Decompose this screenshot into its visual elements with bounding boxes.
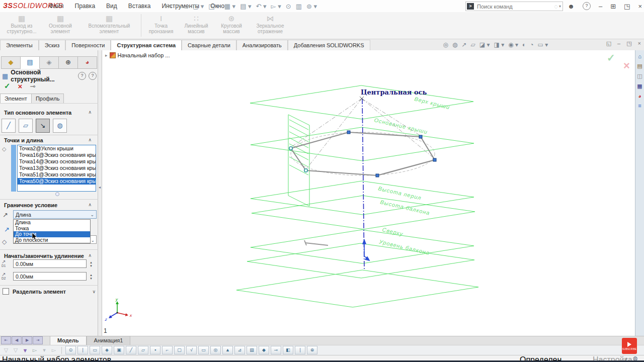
- quick-toolbar-icon[interactable]: ▦ ▾: [224, 3, 235, 10]
- tab-weldments[interactable]: Сварные детали: [182, 40, 236, 50]
- filter-icon[interactable]: ⊸: [271, 346, 281, 354]
- menu-edit[interactable]: Правка: [70, 1, 100, 11]
- quick-toolbar-icon[interactable]: ⌂: [184, 3, 188, 10]
- clear-filters-icon[interactable]: ▽: [12, 347, 20, 353]
- filter-icon[interactable]: ╱: [126, 346, 136, 354]
- property-manager-tab[interactable]: ▤: [21, 56, 40, 69]
- design-library-icon[interactable]: ▤: [637, 63, 642, 69]
- next-tab-icon[interactable]: ▶: [22, 336, 32, 344]
- quick-toolbar-icon[interactable]: ▢ ▾: [193, 3, 204, 10]
- path-segment-type-button[interactable]: ╱: [2, 119, 16, 133]
- quick-toolbar-icon[interactable]: ▤ ▾: [240, 3, 251, 10]
- expand-icon[interactable]: ∨: [92, 289, 96, 294]
- start-extend-input[interactable]: [13, 259, 87, 268]
- view-toolbar-icon[interactable]: ◍: [452, 41, 457, 48]
- view-toolbar-icon[interactable]: ◉ ▾: [508, 41, 518, 48]
- filter-icon[interactable]: ◆: [259, 346, 269, 354]
- tab-profile[interactable]: Профиль: [32, 94, 64, 104]
- view-toolbar-icon[interactable]: ◪ ▾: [479, 41, 490, 48]
- filter-icon[interactable]: ⊕: [307, 346, 317, 354]
- point-length-type-button[interactable]: ↘: [36, 119, 50, 133]
- face-type-button[interactable]: ◍: [53, 119, 67, 133]
- tab-addins[interactable]: Добавления SOLIDWORKS: [288, 40, 370, 50]
- last-tab-icon[interactable]: ⇥: [33, 336, 43, 344]
- filter-icon[interactable]: ∣: [295, 346, 305, 354]
- minimize-button[interactable]: –: [599, 3, 602, 10]
- collapse-icon[interactable]: ∧: [88, 110, 92, 115]
- filter-icon[interactable]: ⊿: [234, 346, 245, 354]
- status-caret-icon[interactable]: ▴: [625, 356, 627, 360]
- animation-tab[interactable]: Анимация1: [87, 336, 131, 345]
- view-toolbar-icon[interactable]: ◔: [530, 41, 533, 48]
- search-icon[interactable]: ◌: [554, 3, 558, 10]
- command-search[interactable]: > ◌ ▾: [465, 2, 563, 11]
- home-icon[interactable]: ⌂: [638, 53, 641, 59]
- filter-icon[interactable]: ▤: [247, 346, 257, 354]
- prev-tab-icon[interactable]: ◀: [12, 336, 22, 344]
- model-view[interactable]: Верх крыши Основание крыши Высота перил …: [102, 50, 635, 336]
- first-tab-icon[interactable]: ⇤: [1, 336, 11, 344]
- filter-toggle-icon[interactable]: ▽: [2, 347, 10, 353]
- ok-button[interactable]: ✓: [4, 81, 11, 90]
- tab-features[interactable]: Элементы: [0, 40, 39, 50]
- quick-toolbar-icon[interactable]: ⊚ ▾: [306, 3, 317, 10]
- points-list[interactable]: Точка2@Уклон крыши Точка16@Эскиз основан…: [17, 145, 96, 192]
- secondary-member-button[interactable]: ▦Вспомогательный элемент: [79, 12, 139, 39]
- list-resize-grip[interactable]: [55, 192, 59, 196]
- filter-icon[interactable]: ▱: [138, 346, 148, 354]
- plane-type-button[interactable]: ▱: [19, 119, 33, 133]
- expand-arrow-icon[interactable]: ▸: [105, 53, 108, 58]
- doc-minimize-icon[interactable]: –: [617, 40, 620, 47]
- end-extend-input[interactable]: [13, 272, 87, 281]
- view-toolbar-icon[interactable]: ◎: [443, 41, 448, 48]
- tab-surfaces[interactable]: Поверхности: [65, 40, 111, 50]
- list-item-selected[interactable]: Точка50@Эскиз основания крыши: [18, 178, 96, 185]
- collapse-icon[interactable]: ∧: [88, 202, 92, 207]
- cancel-x-watermark-icon[interactable]: ×: [623, 59, 630, 72]
- list-item[interactable]: Точка2@Уклон крыши: [18, 145, 96, 152]
- tab-evaluate[interactable]: Анализировать: [236, 40, 288, 50]
- doc-close-icon[interactable]: ×: [638, 40, 641, 47]
- list-item[interactable]: Точка51@Эскиз основания крыши: [18, 171, 96, 178]
- configurations-tab[interactable]: ◈: [40, 56, 59, 69]
- filter-icon[interactable]: ⊙: [65, 346, 76, 354]
- pierce-point-button[interactable]: IТочка пронзания: [143, 12, 179, 39]
- filter-icon[interactable]: ▪: [150, 346, 160, 354]
- tile-button[interactable]: ⊞: [610, 3, 616, 10]
- mirror-button[interactable]: ⋈Зеркальное отражение: [249, 12, 291, 39]
- active-filter-icon[interactable]: ▼: [21, 347, 29, 353]
- quick-toolbar-icon[interactable]: ⊙: [286, 3, 291, 10]
- doc-dock-icon[interactable]: ◱: [606, 40, 611, 47]
- view-toolbar-icon[interactable]: ▭ ▾: [538, 41, 548, 48]
- split-member-checkbox[interactable]: [3, 288, 9, 295]
- view-toolbar-icon[interactable]: ▱: [471, 41, 475, 48]
- select-arrow-icon[interactable]: ▻: [31, 347, 39, 353]
- end-extend-spinner[interactable]: ▴▾: [88, 272, 95, 281]
- confirm-check-watermark-icon[interactable]: ✓: [607, 52, 615, 64]
- feature-breadcrumb[interactable]: ▸ Начальный набор ...: [105, 52, 170, 58]
- member-preview[interactable]: [304, 240, 328, 245]
- graphics-viewport[interactable]: ▸ Начальный набор ... ✓ × Верх крыши Осн…: [102, 50, 635, 336]
- list-item[interactable]: Точка13@Эскиз основания крыши: [18, 165, 96, 171]
- user-account-icon[interactable]: ☻: [568, 3, 575, 10]
- quick-toolbar-icon[interactable]: ↶ ▾: [256, 3, 267, 10]
- filter-icon[interactable]: ◈: [102, 346, 112, 354]
- view-toolbar-icon[interactable]: ◨ ▾: [494, 41, 505, 48]
- list-item[interactable]: Точка16@Эскиз основания крыши: [18, 152, 96, 158]
- splitter-handle-icon[interactable]: ◂: [99, 185, 101, 190]
- quick-toolbar-icon[interactable]: ◳ ▾: [208, 3, 219, 10]
- subscribe-button[interactable]: SUBSCRIBE: [622, 338, 637, 354]
- filter-icon[interactable]: √: [186, 346, 197, 354]
- dimxpert-tab[interactable]: ⊕: [59, 56, 78, 69]
- file-explorer-icon[interactable]: ◫: [637, 73, 642, 79]
- option-up-to-point[interactable]: До точки: [14, 231, 90, 237]
- collapse-icon[interactable]: ∧: [88, 137, 92, 142]
- quick-toolbar-icon[interactable]: ▥: [296, 3, 302, 10]
- filter-icon[interactable]: ⌐: [162, 346, 173, 354]
- list-item[interactable]: Точка14@Эскиз основания крыши: [18, 158, 96, 165]
- filter-icon[interactable]: ▭: [90, 346, 100, 354]
- section-member-type[interactable]: Тип основного элемента∧: [4, 110, 96, 116]
- view-toolbar-icon[interactable]: ◐: [522, 41, 526, 48]
- filter-icon[interactable]: ◧: [283, 346, 293, 354]
- feature-tree-tab[interactable]: ◆: [1, 56, 21, 69]
